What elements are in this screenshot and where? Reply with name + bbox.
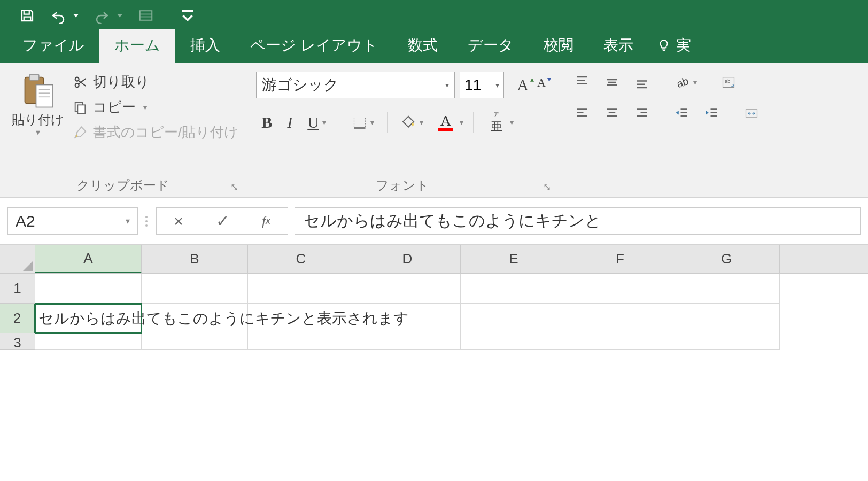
align-left-button[interactable] xyxy=(569,105,595,121)
align-center-button[interactable] xyxy=(599,105,625,121)
save-icon xyxy=(19,7,35,24)
undo-icon xyxy=(50,7,66,24)
ribbon: 貼り付け ▾ 切り取り コピー ▾ 書式のコピー/貼り付け xyxy=(0,63,868,198)
grow-font-button[interactable]: A▴ xyxy=(514,76,532,94)
increase-indent-button[interactable] xyxy=(699,105,725,121)
tab-insert[interactable]: 挿入 xyxy=(175,29,235,63)
touch-mode-button[interactable] xyxy=(138,7,154,24)
customize-qat-button[interactable] xyxy=(180,7,196,24)
cell-C3[interactable] xyxy=(248,333,354,350)
cell-D1[interactable] xyxy=(354,274,461,304)
cell-B3[interactable] xyxy=(142,333,248,350)
font-name-select[interactable]: 游ゴシック ▾ xyxy=(256,72,455,98)
paste-dropdown[interactable]: ▾ xyxy=(36,127,40,137)
bold-button[interactable]: B xyxy=(256,113,277,131)
wrap-text-button[interactable]: ab xyxy=(716,75,741,90)
cell-B1[interactable] xyxy=(142,274,248,304)
enter-button[interactable]: ✓ xyxy=(200,212,244,230)
tab-formulas[interactable]: 数式 xyxy=(393,29,453,63)
orientation-icon: ab xyxy=(674,74,690,90)
row-header-2[interactable]: 2 xyxy=(0,304,35,333)
paste-button[interactable]: 貼り付け ▾ xyxy=(7,68,68,174)
align-bottom-button[interactable] xyxy=(629,74,655,90)
cut-button[interactable]: 切り取り xyxy=(73,73,238,91)
copy-button[interactable]: コピー ▾ xyxy=(73,98,238,117)
cell-G2[interactable] xyxy=(673,304,780,333)
tab-view[interactable]: 表示 xyxy=(588,29,648,63)
redo-icon xyxy=(94,7,110,24)
clipboard-launcher[interactable]: ⤡ xyxy=(230,181,238,193)
cell-C1[interactable] xyxy=(248,274,354,304)
separator xyxy=(473,112,474,133)
cell-F3[interactable] xyxy=(567,333,673,350)
select-all-corner[interactable] xyxy=(0,245,35,273)
cell-E1[interactable] xyxy=(461,274,567,304)
orientation-button[interactable]: ab xyxy=(669,74,702,90)
align-middle-icon xyxy=(604,74,620,90)
separator xyxy=(709,72,709,93)
borders-button[interactable] xyxy=(347,115,379,130)
align-right-button[interactable] xyxy=(629,105,655,121)
resize-grip[interactable] xyxy=(144,207,150,235)
name-box[interactable]: A2 ▾ xyxy=(7,207,138,235)
tab-page-layout[interactable]: ページ レイアウト xyxy=(235,29,393,63)
cell-A1[interactable] xyxy=(35,274,142,304)
column-header-A[interactable]: A xyxy=(35,245,142,273)
cancel-button[interactable]: × xyxy=(157,212,200,230)
ribbon-tabs: ファイル ホーム 挿入 ページ レイアウト 数式 データ 校閲 表示 実 xyxy=(0,31,868,63)
tab-data[interactable]: データ xyxy=(453,29,529,63)
undo-dropdown[interactable] xyxy=(73,12,79,19)
formula-bar: A2 ▾ × ✓ fx セルからはみ出てもこのようにキチンと xyxy=(0,198,868,245)
paste-label: 貼り付け xyxy=(12,111,64,128)
row-header-1[interactable]: 1 xyxy=(0,274,35,304)
cell-E2[interactable] xyxy=(461,304,567,333)
column-header-C[interactable]: C xyxy=(248,245,354,273)
row-header-3[interactable]: 3 xyxy=(0,333,35,350)
group-font: 游ゴシック ▾ 11 ▾ A▴ A▾ B I U xyxy=(246,68,559,197)
underline-button[interactable]: U xyxy=(302,113,331,131)
copy-dropdown[interactable]: ▾ xyxy=(143,103,147,112)
tab-file[interactable]: ファイル xyxy=(7,29,99,63)
column-header-G[interactable]: G xyxy=(673,245,780,273)
copy-label: コピー xyxy=(93,98,136,117)
format-painter-button[interactable]: 書式のコピー/貼り付け xyxy=(73,123,238,142)
align-top-button[interactable] xyxy=(569,74,595,90)
italic-button[interactable]: I xyxy=(282,113,298,131)
fill-color-button[interactable] xyxy=(395,114,429,130)
column-header-D[interactable]: D xyxy=(354,245,461,273)
cell-F2[interactable] xyxy=(567,304,673,333)
formula-input[interactable]: セルからはみ出てもこのようにキチンと xyxy=(294,207,861,235)
font-size-value: 11 xyxy=(464,76,481,94)
align-middle-button[interactable] xyxy=(599,74,625,90)
phonetic-guide-button[interactable]: ア亜 xyxy=(481,111,519,135)
cut-label: 切り取り xyxy=(93,73,150,91)
tab-home[interactable]: ホーム xyxy=(99,29,175,63)
bucket-icon xyxy=(400,114,416,130)
cell-F1[interactable] xyxy=(567,274,673,304)
column-header-B[interactable]: B xyxy=(142,245,248,273)
indent-icon xyxy=(704,105,720,121)
tab-tell-me[interactable]: 実 xyxy=(648,29,706,63)
save-button[interactable] xyxy=(19,7,35,24)
cell-G1[interactable] xyxy=(673,274,780,304)
shrink-font-button[interactable]: A▾ xyxy=(534,76,549,94)
font-color-button[interactable]: A xyxy=(433,113,466,131)
cell-A3[interactable] xyxy=(35,333,142,350)
cell-E3[interactable] xyxy=(461,333,567,350)
redo-button[interactable] xyxy=(94,7,110,24)
column-header-F[interactable]: F xyxy=(567,245,673,273)
insert-function-button[interactable]: fx xyxy=(244,213,288,229)
separator xyxy=(387,112,387,133)
tab-review[interactable]: 校閲 xyxy=(529,29,588,63)
cell-G3[interactable] xyxy=(673,333,780,350)
undo-button[interactable] xyxy=(50,7,66,24)
font-size-select[interactable]: 11 ▾ xyxy=(460,72,504,98)
cell-D3[interactable] xyxy=(354,333,461,350)
font-launcher[interactable]: ⤡ xyxy=(543,181,551,193)
merge-center-button[interactable] xyxy=(739,106,764,121)
redo-dropdown[interactable] xyxy=(117,12,123,19)
merge-icon xyxy=(744,106,759,121)
cell-A2[interactable]: セルからはみ出てもこのようにキチンと表示されます xyxy=(35,304,142,333)
column-header-E[interactable]: E xyxy=(461,245,567,273)
decrease-indent-button[interactable] xyxy=(669,105,695,121)
